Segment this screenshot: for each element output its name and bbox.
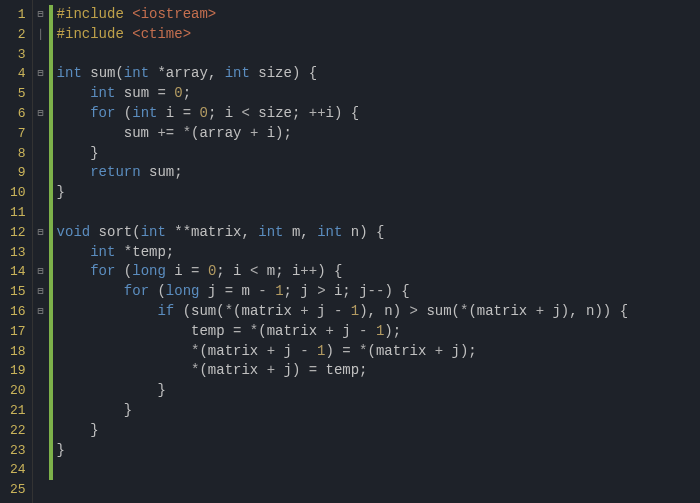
token	[57, 362, 191, 378]
token: +	[267, 343, 284, 359]
token: i	[166, 263, 191, 279]
token	[57, 343, 191, 359]
token	[57, 105, 91, 121]
line-number: 20	[10, 381, 26, 401]
token: ++	[300, 263, 317, 279]
fold-toggle-icon[interactable]: ⊟	[33, 64, 49, 84]
token: ,	[300, 224, 317, 240]
token	[57, 244, 91, 260]
fold-toggle-icon[interactable]: ⊟	[33, 223, 49, 243]
token: size	[250, 65, 292, 81]
token: sum	[82, 65, 116, 81]
token: }	[57, 402, 133, 418]
code-line[interactable]	[57, 45, 628, 65]
fold-column[interactable]: ⊟│⊟⊟⊟⊟⊟⊟	[33, 0, 49, 503]
code-line[interactable]: }	[57, 401, 628, 421]
fold-guide: │	[33, 25, 49, 45]
token: j	[283, 362, 291, 378]
code-line[interactable]: temp = *(matrix + j - 1);	[57, 322, 628, 342]
token: ) {	[292, 65, 317, 81]
fold-toggle-icon[interactable]: ⊟	[33, 5, 49, 25]
fold-toggle-icon[interactable]: ⊟	[33, 302, 49, 322]
code-line[interactable]: int sum(int *array, int size) {	[57, 64, 628, 84]
code-line[interactable]: *(matrix + j - 1) = *(matrix + j);	[57, 342, 628, 362]
code-line[interactable]: return sum;	[57, 163, 628, 183]
token: += *	[157, 125, 191, 141]
token: ;	[292, 105, 309, 121]
token: j	[452, 343, 460, 359]
token: ;	[174, 164, 182, 180]
token: void	[57, 224, 91, 240]
code-line[interactable]: void sort(int **matrix, int m, int n) {	[57, 223, 628, 243]
fold-guide	[33, 124, 49, 144]
line-number: 8	[10, 144, 26, 164]
fold-toggle-icon[interactable]: ⊟	[33, 262, 49, 282]
token: =	[157, 85, 174, 101]
token: #include	[57, 6, 133, 22]
token: sum	[57, 125, 158, 141]
token: sort	[90, 224, 132, 240]
fold-toggle-icon[interactable]: ⊟	[33, 104, 49, 124]
code-line[interactable]: #include <iostream>	[57, 5, 628, 25]
code-line[interactable]: }	[57, 381, 628, 401]
code-line[interactable]: }	[57, 183, 628, 203]
line-number: 3	[10, 45, 26, 65]
code-line[interactable]: }	[57, 144, 628, 164]
fold-guide	[33, 163, 49, 183]
fold-guide	[33, 243, 49, 263]
code-line[interactable]: *(matrix + j) = temp;	[57, 361, 628, 381]
fold-toggle-icon[interactable]: ⊟	[33, 282, 49, 302]
token: (matrix	[258, 323, 325, 339]
token: m	[267, 263, 275, 279]
code-line[interactable]	[57, 460, 628, 480]
code-line[interactable]: sum += *(array + i);	[57, 124, 628, 144]
token: m	[284, 224, 301, 240]
token: >	[410, 303, 427, 319]
token: ;	[183, 85, 191, 101]
token: ++	[309, 105, 326, 121]
token: +	[536, 303, 553, 319]
token: for	[90, 105, 115, 121]
token: =	[191, 263, 208, 279]
token: (	[132, 224, 140, 240]
code-line[interactable]: }	[57, 421, 628, 441]
fold-guide	[33, 401, 49, 421]
line-number: 4	[10, 64, 26, 84]
token: *temp	[115, 244, 165, 260]
token: int	[141, 224, 166, 240]
token: long	[132, 263, 166, 279]
token: j	[552, 303, 560, 319]
token: long	[166, 283, 200, 299]
line-number: 7	[10, 124, 26, 144]
code-editor[interactable]: 1234567891011121314151617181920212223242…	[0, 0, 700, 503]
code-line[interactable]: for (int i = 0; i < size; ++i) {	[57, 104, 628, 124]
token: sum	[115, 85, 157, 101]
line-number: 24	[10, 460, 26, 480]
token: -	[359, 323, 376, 339]
code-line[interactable]: int *temp;	[57, 243, 628, 263]
token: +	[250, 125, 267, 141]
code-line[interactable]: }	[57, 441, 628, 461]
code-line[interactable]: for (long i = 0; i < m; i++) {	[57, 262, 628, 282]
token: array	[199, 125, 249, 141]
token: (matrix	[233, 303, 300, 319]
code-area[interactable]: #include <iostream>#include <ctime>int s…	[53, 0, 628, 503]
token: i	[326, 105, 334, 121]
token: ; i	[208, 105, 242, 121]
code-line[interactable]: if (sum(*(matrix + j - 1), n) > sum(*(ma…	[57, 302, 628, 322]
code-line[interactable]	[57, 203, 628, 223]
token: ) {	[359, 224, 384, 240]
token: (	[115, 65, 123, 81]
token: *	[225, 303, 233, 319]
token: }	[57, 382, 166, 398]
token: j	[199, 283, 224, 299]
code-line[interactable]: int sum = 0;	[57, 84, 628, 104]
code-line[interactable]	[57, 480, 628, 500]
token: ; i	[275, 263, 300, 279]
code-line[interactable]: #include <ctime>	[57, 25, 628, 45]
token: )	[326, 343, 343, 359]
line-number: 18	[10, 342, 26, 362]
code-line[interactable]: for (long j = m - 1; j > i; j--) {	[57, 282, 628, 302]
token: );	[275, 125, 292, 141]
token: (matrix	[368, 343, 435, 359]
